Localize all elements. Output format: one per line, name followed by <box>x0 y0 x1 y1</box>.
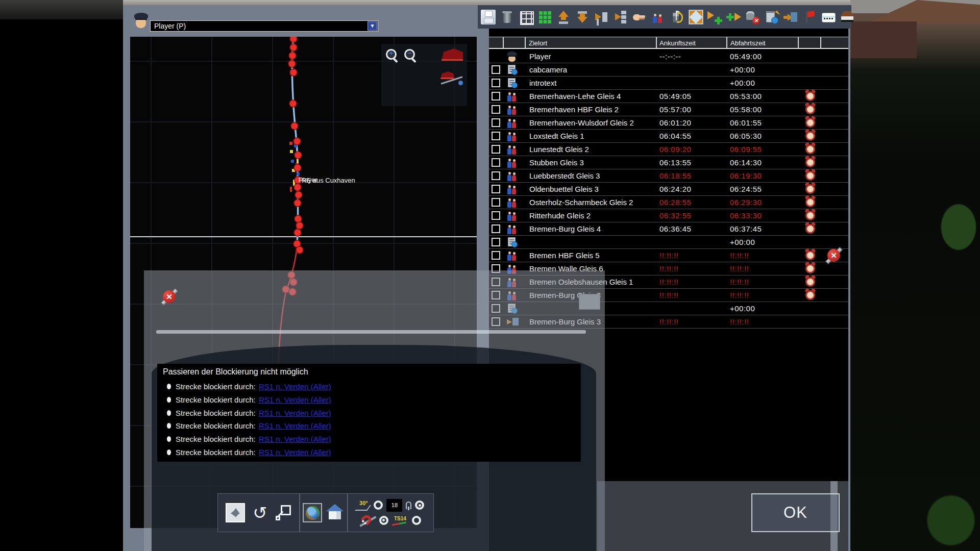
insert-after-icon[interactable] <box>594 10 609 24</box>
table-row[interactable]: Bremerhaven-Wulsdorf Gleis 206:01:2006:0… <box>489 116 848 130</box>
jump-to-icon[interactable] <box>275 505 291 521</box>
train-selector-dropdown[interactable]: Player (P) ▼ <box>150 20 378 32</box>
row-checkbox[interactable] <box>492 238 500 246</box>
destination-name: Lunestedt Gleis 2 <box>529 145 589 154</box>
select-hand-icon[interactable] <box>632 10 647 24</box>
add-stop-after-icon[interactable] <box>707 10 722 24</box>
row-checkbox[interactable] <box>492 105 500 114</box>
departure-time: !!:!!:!! <box>730 251 749 260</box>
passengers-icon <box>507 157 518 168</box>
vehicle-on-route-icon[interactable] <box>439 70 464 88</box>
depot-icon[interactable] <box>840 10 854 24</box>
pan-tool-icon[interactable] <box>226 503 245 522</box>
arrival-time: 06:18:55 <box>659 171 691 180</box>
delete-train-icon[interactable] <box>745 10 760 24</box>
table-row[interactable]: Loxstedt Gleis 106:04:5506:05:30 <box>489 130 848 143</box>
blocking-train-link[interactable]: RS1 n. Verden (Aller) <box>259 448 331 457</box>
goto-stop-icon[interactable] <box>783 10 798 24</box>
ok-button[interactable]: OK <box>751 493 840 532</box>
row-checkbox[interactable] <box>492 198 500 207</box>
grid-active-icon[interactable] <box>537 10 552 24</box>
blocking-train-link[interactable]: RS1 n. Verden (Aller) <box>259 395 331 404</box>
arrival-time: !!:!!:!! <box>659 317 678 326</box>
move-down-icon[interactable] <box>575 10 590 24</box>
script-properties-icon[interactable] <box>764 10 779 24</box>
row-checkbox[interactable] <box>492 158 500 167</box>
row-checkbox[interactable] <box>492 145 500 154</box>
chevron-down-icon[interactable]: ▼ <box>368 21 377 31</box>
save-icon[interactable] <box>481 10 496 24</box>
destination-name: Bremerhaven-Wulsdorf Gleis 2 <box>529 118 634 127</box>
table-row[interactable]: Ritterhude Gleis 206:32:5506:33:30 <box>489 209 848 222</box>
row-checkbox[interactable] <box>492 65 500 74</box>
follow-vehicle-icon[interactable] <box>442 48 463 61</box>
row-checkbox[interactable] <box>492 185 500 193</box>
blocking-train-link[interactable]: RS1 n. Verden (Aller) <box>259 421 331 430</box>
zoom-in-icon[interactable] <box>385 48 400 63</box>
passengers-icon <box>507 144 518 155</box>
table-row[interactable]: Bremen HBF Gleis 5!!:!!:!!!!:!!:!! <box>489 249 848 262</box>
blocking-train-link[interactable]: RS1 n. Verden (Aller) <box>259 409 331 417</box>
clock-icon <box>805 224 815 234</box>
table-row[interactable]: Oldenbuettel Gleis 306:24:2006:24:55 <box>489 183 848 196</box>
clock-icon <box>805 277 815 287</box>
row-checkbox[interactable] <box>492 171 500 180</box>
column-zielort: Zielort <box>529 39 547 47</box>
zoom-out-icon[interactable] <box>404 48 418 63</box>
arrival-time: 06:04:55 <box>659 132 691 140</box>
flag-icon[interactable] <box>802 10 817 24</box>
table-row[interactable]: Player--:--:--05:49:00 <box>489 50 848 63</box>
delete-icon[interactable] <box>500 10 514 24</box>
row-checkbox[interactable] <box>492 79 500 87</box>
passengers-icon[interactable] <box>651 10 666 24</box>
departure-time: 05:58:00 <box>730 105 762 114</box>
clock-icon <box>805 171 815 181</box>
hook-radio[interactable] <box>415 500 424 510</box>
insert-before-icon[interactable] <box>613 10 628 24</box>
arrival-time: 06:32:55 <box>659 211 691 220</box>
blocking-train-link[interactable]: RS1 n. Verden (Aller) <box>259 382 331 391</box>
table-row[interactable]: Osterholz-Scharmbeck Gleis 206:28:5506:2… <box>489 196 848 209</box>
table-row[interactable]: Bremerhaven HBF Gleis 205:57:0005:58:00 <box>489 103 848 116</box>
home-icon[interactable] <box>325 504 345 521</box>
dialog-scrollbar[interactable] <box>156 330 586 334</box>
rotate-icon[interactable] <box>253 504 267 521</box>
table-row[interactable]: Lunestedt Gleis 206:09:2006:09:55 <box>489 143 848 156</box>
magnet-radio[interactable] <box>379 516 388 525</box>
table-row[interactable]: Stubben Gleis 306:13:5506:14:30 <box>489 156 848 169</box>
tree-foliage <box>922 490 980 551</box>
value-box[interactable]: 18 <box>386 499 402 512</box>
globe-icon[interactable] <box>303 503 322 522</box>
row-checkbox[interactable] <box>492 118 500 127</box>
passengers-icon <box>507 210 518 221</box>
blocking-train-link[interactable]: RS1 n. Verden (Aller) <box>259 435 331 443</box>
row-checkbox[interactable] <box>492 224 500 233</box>
add-stop-before-icon[interactable] <box>726 10 741 24</box>
collapse-icon[interactable] <box>689 10 703 24</box>
passengers-icon <box>507 91 518 102</box>
row-checkbox[interactable] <box>492 132 500 140</box>
display-board-icon[interactable] <box>821 10 836 24</box>
refuel-icon[interactable] <box>670 10 684 24</box>
magnet-icon <box>360 514 376 527</box>
move-up-icon[interactable] <box>556 10 571 24</box>
table-row[interactable]: introtext+00:00 <box>489 77 848 90</box>
blocked-by-label: Strecke blockiert durch: <box>176 395 256 404</box>
row-checkbox[interactable] <box>492 251 500 260</box>
table-row[interactable]: cabcamera+00:00 <box>489 63 848 77</box>
ts14-radio[interactable] <box>412 516 421 525</box>
slope-radio[interactable] <box>374 500 383 510</box>
schedule-toolbar <box>478 5 851 29</box>
passengers-icon <box>507 250 518 261</box>
blocking-dialog: Passieren der Blockierung nicht möglich … <box>144 270 605 551</box>
script-icon <box>508 237 516 246</box>
grid-icon[interactable] <box>519 10 533 24</box>
row-checkbox[interactable] <box>492 92 500 101</box>
table-row[interactable]: Bremerhaven-Lehe Gleis 405:49:0505:53:00 <box>489 90 848 103</box>
row-checkbox[interactable] <box>492 211 500 220</box>
departure-time: !!:!!:!! <box>730 317 749 326</box>
table-row[interactable]: Bremen-Burg Gleis 406:36:4506:37:45 <box>489 222 848 236</box>
table-row[interactable]: Luebberstedt Gleis 306:18:5506:19:30 <box>489 169 848 183</box>
arrival-time: 06:36:45 <box>659 224 691 233</box>
table-row[interactable]: +00:00 <box>489 236 848 249</box>
